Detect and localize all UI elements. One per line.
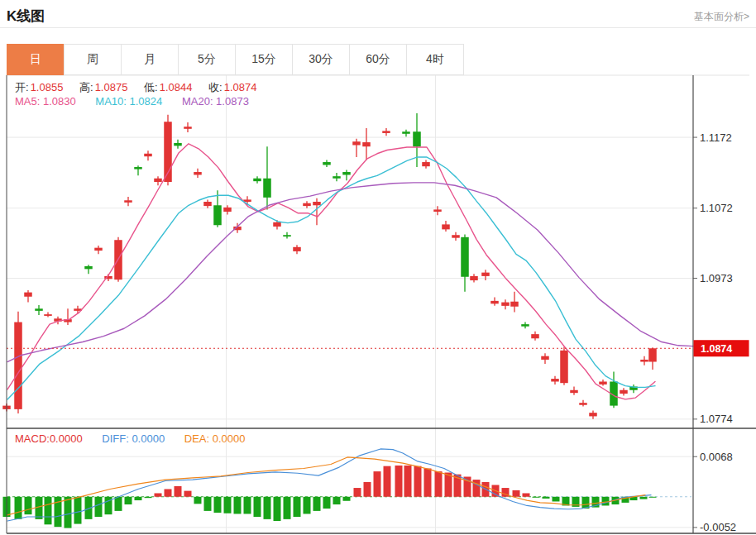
candle-body — [293, 247, 301, 251]
tab-4hour[interactable]: 4时 — [406, 44, 464, 75]
tab-15min[interactable]: 15分 — [235, 44, 293, 75]
candle-body — [194, 172, 202, 174]
macd-histogram-bar — [404, 466, 412, 497]
candle-body — [461, 237, 469, 277]
macd-histogram-bar — [333, 497, 341, 504]
candle-body — [413, 131, 421, 146]
tab-day[interactable]: 日 — [7, 44, 65, 75]
low-value: 1.0844 — [160, 81, 193, 93]
macd-tick-label: 0.0068 — [700, 451, 733, 463]
candle-body — [560, 351, 568, 383]
macd-tick-label: -0.0052 — [700, 521, 736, 533]
tab-5min[interactable]: 5分 — [178, 44, 236, 75]
macd-histogram-bar — [543, 497, 550, 499]
macd-histogram-bar — [424, 469, 432, 497]
price-tick-label: 1.1172 — [700, 131, 732, 144]
close-value: 1.0874 — [224, 81, 257, 93]
tab-month[interactable]: 月 — [121, 44, 179, 75]
candle-body — [362, 142, 371, 146]
fundamental-analysis-link[interactable]: 基本面分析> — [694, 10, 749, 24]
macd-histogram-bar — [184, 491, 192, 497]
macd-histogram-bar — [135, 497, 142, 500]
candle-body — [134, 167, 142, 170]
diff-legend: DIFF: 0.0000 — [102, 432, 165, 445]
candle-body — [144, 154, 152, 156]
macd-histogram-bar — [640, 497, 648, 499]
candle-body — [243, 199, 251, 202]
macd-histogram-bar — [204, 497, 212, 511]
tab-60min[interactable]: 60分 — [349, 44, 407, 75]
candle-body — [253, 179, 261, 181]
candle-body — [422, 162, 430, 166]
tab-week[interactable]: 周 — [64, 44, 122, 75]
macd-histogram-bar — [435, 471, 443, 497]
candle-body — [481, 273, 490, 276]
macd-histogram-bar — [125, 497, 132, 504]
candle-body — [283, 235, 291, 236]
price-tick-label: 1.0774 — [700, 413, 733, 425]
price-tick-label: 1.1072 — [700, 202, 733, 214]
interval-tabbar: 日周月5分15分30分60分4时 — [7, 44, 464, 75]
candle-body — [402, 131, 410, 134]
candle-body — [433, 209, 442, 212]
macd-histogram-bar — [304, 497, 311, 514]
candle-body — [203, 202, 212, 206]
high-label: 高: — [79, 81, 93, 93]
candle-body — [94, 248, 103, 251]
macd-histogram-bar — [473, 480, 481, 497]
candle-body — [352, 141, 361, 145]
candle-body — [303, 203, 311, 206]
candle-body — [470, 276, 478, 280]
macd-histogram-bar — [214, 497, 222, 513]
macd-histogram-bar — [533, 497, 540, 498]
candle-body — [501, 303, 510, 306]
candle-body — [184, 127, 192, 129]
macd-histogram-bar — [175, 486, 182, 497]
candle-body — [620, 390, 628, 394]
open-value: 1.0855 — [31, 81, 64, 93]
candle-body — [490, 301, 499, 303]
candle-body — [570, 390, 578, 393]
candle-body — [452, 235, 460, 237]
macd-histogram-bar — [553, 497, 560, 502]
candle-body — [174, 143, 182, 146]
candle-body — [24, 293, 32, 297]
candle-body — [273, 222, 281, 227]
candle-body — [35, 308, 43, 311]
candle-body — [323, 162, 331, 165]
candle-body — [648, 348, 657, 361]
macd-histogram-bar — [364, 482, 371, 497]
page-title: K线图 — [7, 7, 45, 26]
ma5-line — [7, 144, 655, 399]
candle-body — [541, 356, 549, 360]
macd-histogram-bar — [15, 497, 22, 519]
ohlc-info-row: 开:1.0855 高:1.0875 低:1.0844 收:1.0874 — [15, 80, 270, 95]
macd-histogram-bar — [374, 471, 381, 497]
macd-histogram-bar — [74, 497, 82, 524]
macd-histogram-bar — [523, 493, 530, 496]
candle-body — [531, 334, 539, 338]
candle-body — [333, 176, 341, 179]
candle-body — [313, 202, 321, 205]
candle-body — [510, 302, 519, 307]
macd-legend-row: MACD:0.0000 DIFF: 0.0000 DEA: 0.0000 — [15, 432, 246, 445]
candle-body — [124, 200, 132, 203]
macd-histogram-bar — [395, 466, 403, 497]
macd-histogram-bar — [384, 466, 391, 497]
macd-histogram-bar — [65, 497, 72, 528]
ma20-legend: MA20: 1.0873 — [182, 95, 249, 107]
page-header: K线图 基本面分析> — [0, 0, 756, 28]
macd-histogram-bar — [45, 497, 52, 525]
macd-histogram-bar — [354, 488, 361, 497]
candle-body — [599, 381, 607, 384]
macd-legend: MACD:0.0000 — [15, 432, 83, 445]
macd-histogram-bar — [194, 497, 202, 504]
close-label: 收: — [208, 81, 222, 93]
last-price-badge-label: 1.0874 — [701, 343, 732, 355]
candle-body — [551, 379, 559, 381]
macd-histogram-bar — [234, 497, 242, 514]
tab-30min[interactable]: 30分 — [292, 44, 350, 75]
macd-histogram-bar — [25, 497, 32, 514]
macd-histogram-bar — [145, 497, 152, 498]
low-label: 低: — [144, 81, 158, 93]
